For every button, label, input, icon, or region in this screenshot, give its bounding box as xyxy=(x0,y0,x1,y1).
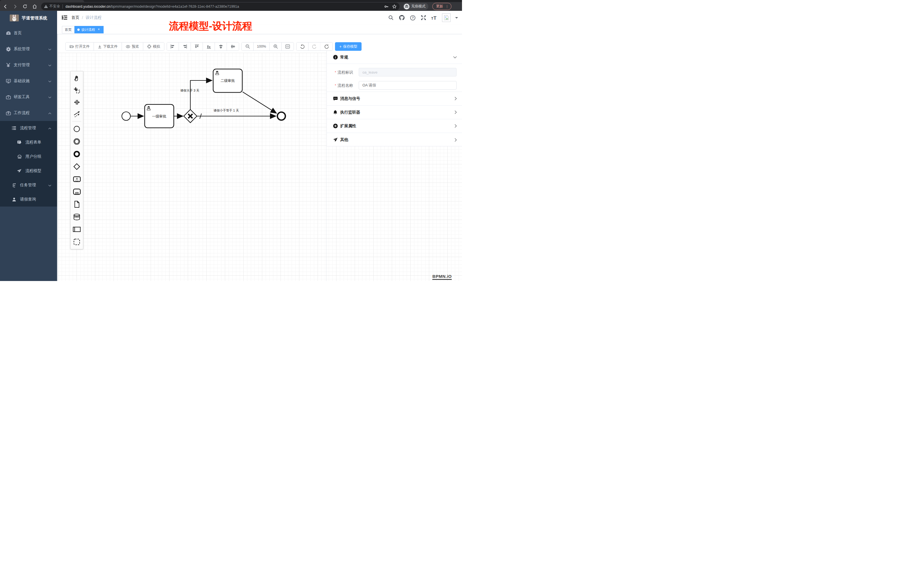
user-task-level2[interactable]: 二级审批 xyxy=(213,69,242,93)
sidebar-item-process-management[interactable]: 流程管理 xyxy=(0,121,57,135)
hand-tool[interactable] xyxy=(70,72,83,84)
sidebar-item-home[interactable]: 首页 xyxy=(0,25,57,41)
flow-tree-icon xyxy=(11,183,16,187)
app-logo-row[interactable]: 芋道管理系统 xyxy=(0,11,57,25)
security-label: 不安全 xyxy=(50,4,60,9)
zoom-in-button[interactable] xyxy=(270,42,282,51)
redo-button[interactable] xyxy=(309,42,321,51)
global-connect-tool[interactable] xyxy=(70,108,83,120)
forward-button[interactable] xyxy=(11,3,20,10)
create-participant-pool[interactable] xyxy=(70,223,83,236)
update-button[interactable]: 更新 ⋮ xyxy=(432,3,452,10)
process-key-input[interactable] xyxy=(359,68,457,76)
browser-menu-icon[interactable]: ⋮ xyxy=(445,4,449,9)
create-user-task[interactable] xyxy=(70,173,83,186)
url-bar[interactable]: 不安全 dashboard.yudao.iocoder.cn/bpm/manag… xyxy=(41,3,399,10)
align-center-horizontal-button[interactable] xyxy=(215,42,227,51)
align-center-vertical-button[interactable] xyxy=(227,42,239,51)
sidebar-item-payment[interactable]: 支付管理 xyxy=(0,57,57,73)
align-right-button[interactable] xyxy=(179,42,191,51)
toolbox-icon xyxy=(6,95,11,99)
edge-label-less-equal[interactable]: 请假小于等于 1 天 xyxy=(213,109,239,112)
zoom-level-display[interactable]: 100% xyxy=(254,42,270,51)
sidebar-item-leave-query[interactable]: 请假查询 xyxy=(0,192,57,207)
zoom-out-button[interactable] xyxy=(242,42,254,51)
align-bottom-button[interactable] xyxy=(203,42,215,51)
preview-button[interactable]: 预览 xyxy=(122,42,143,51)
exclusive-gateway[interactable] xyxy=(184,109,197,123)
sidebar-item-process-model[interactable]: 流程模型 xyxy=(0,164,57,178)
sidebar-item-label: 流程管理 xyxy=(20,126,36,130)
create-sub-process[interactable] xyxy=(70,186,83,198)
panel-section-message-signal[interactable]: 消息与信号 xyxy=(327,92,462,106)
process-name-input[interactable] xyxy=(359,81,457,90)
broken-image-icon xyxy=(444,15,449,20)
hamburger-icon[interactable] xyxy=(62,15,68,21)
password-key-icon[interactable] xyxy=(384,4,388,9)
avatar-caret-icon[interactable] xyxy=(455,17,458,20)
bpmn-io-logo[interactable]: BPMN.iO xyxy=(432,274,452,280)
send-icon xyxy=(333,138,338,142)
create-exclusive-gateway[interactable] xyxy=(70,160,83,173)
sidebar-item-devtools[interactable]: 研发工具 xyxy=(0,89,57,105)
reload-button[interactable] xyxy=(21,3,29,10)
tab-home[interactable]: 首页 xyxy=(62,26,75,33)
home-button[interactable] xyxy=(30,3,39,10)
github-icon[interactable] xyxy=(399,15,405,21)
download-file-button[interactable]: 下载文件 xyxy=(94,42,122,51)
space-tool[interactable] xyxy=(70,96,83,108)
chip-icon xyxy=(147,45,151,48)
create-group[interactable] xyxy=(70,236,83,248)
restart-button[interactable] xyxy=(321,42,333,51)
simulate-button[interactable]: 模拟 xyxy=(143,42,164,51)
start-event[interactable] xyxy=(122,112,130,120)
sidebar-item-system[interactable]: 系统管理 xyxy=(0,41,57,57)
panel-section-execution-listener[interactable]: 执行监听器 xyxy=(327,106,462,119)
back-button[interactable] xyxy=(1,3,10,10)
align-top-button[interactable] xyxy=(191,42,203,51)
search-icon[interactable] xyxy=(388,15,394,21)
create-end-event[interactable] xyxy=(70,148,83,160)
open-file-button[interactable]: 打开文件 xyxy=(66,42,94,51)
create-start-event[interactable] xyxy=(70,123,83,135)
message-icon xyxy=(333,96,338,101)
tab-design-process[interactable]: 设计流程 × xyxy=(75,26,104,33)
bookmark-star-icon[interactable] xyxy=(392,4,397,9)
dashboard-icon xyxy=(6,31,11,35)
browser-chrome: 不安全 dashboard.yudao.iocoder.cn/bpm/manag… xyxy=(0,0,462,11)
sidebar-item-process-form[interactable]: 流程表单 xyxy=(0,135,57,150)
properties-panel: i 常规 * 流程标识 * 流程名称 xyxy=(327,51,462,146)
incognito-badge: 无痕模式 xyxy=(403,3,428,10)
zoom-reset-button[interactable] xyxy=(282,42,294,51)
avatar[interactable] xyxy=(442,13,451,22)
sidebar-item-workflow[interactable]: 工作流程 xyxy=(0,105,57,121)
lasso-tool[interactable] xyxy=(70,84,83,96)
eye-icon xyxy=(126,45,130,48)
create-data-store[interactable] xyxy=(70,211,83,223)
user-task-level1[interactable]: 一级审批 xyxy=(145,104,174,128)
panel-section-other[interactable]: 其他 xyxy=(327,133,462,147)
app-logo xyxy=(10,15,19,21)
help-icon[interactable]: ? xyxy=(410,15,416,21)
panel-section-general[interactable]: i 常规 xyxy=(327,51,462,64)
save-model-button[interactable]: + 保存模型 xyxy=(335,42,362,51)
create-data-object[interactable] xyxy=(70,198,83,211)
browser-active-tab[interactable] xyxy=(0,0,84,2)
tabbar: 首页 设计流程 × xyxy=(57,24,462,34)
undo-button[interactable] xyxy=(297,42,309,51)
active-tab-dot xyxy=(77,28,80,31)
sidebar-item-user-group[interactable]: 用户分组 xyxy=(0,150,57,164)
font-size-icon[interactable]: TT xyxy=(431,15,438,21)
fullscreen-icon[interactable] xyxy=(420,15,427,21)
end-event[interactable] xyxy=(278,112,285,120)
sidebar-item-infrastructure[interactable]: 基础设施 xyxy=(0,73,57,89)
chevron-up-icon xyxy=(48,126,51,130)
create-intermediate-event[interactable] xyxy=(70,135,83,148)
panel-section-extended-attributes[interactable]: 扩展属性 xyxy=(327,119,462,133)
align-left-button[interactable] xyxy=(167,42,179,51)
breadcrumb-home[interactable]: 首页 xyxy=(71,15,80,20)
sidebar-item-task-management[interactable]: 任务管理 xyxy=(0,178,57,192)
tab-close-icon[interactable]: × xyxy=(97,28,101,31)
edge-label-greater[interactable]: 请假大于 3 天 xyxy=(180,89,199,92)
sidebar-item-label: 任务管理 xyxy=(20,183,36,188)
